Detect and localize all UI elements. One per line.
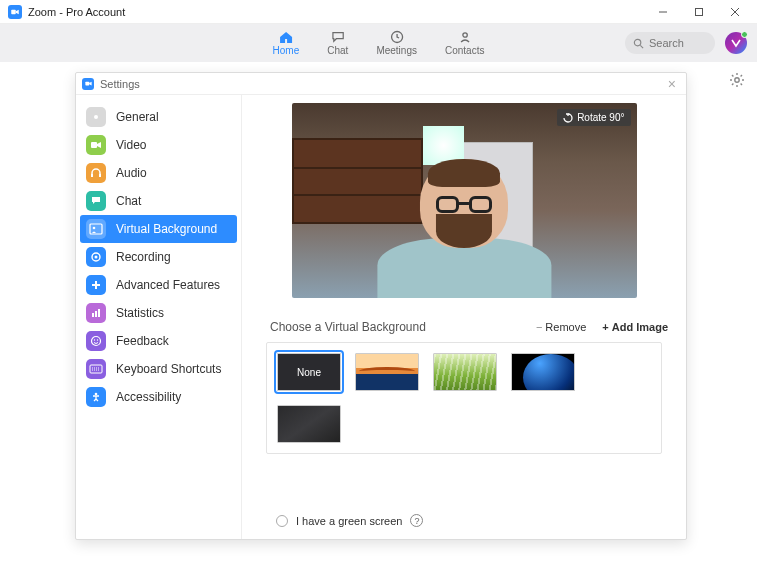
svg-line-14 — [732, 75, 733, 76]
vbg-thumb-bridge[interactable] — [355, 353, 419, 391]
window-title: Zoom - Pro Account — [28, 6, 125, 18]
nav-home-label: Home — [273, 45, 300, 56]
sidebar-item-statistics[interactable]: Statistics — [76, 299, 241, 327]
window-titlebar: Zoom - Pro Account — [0, 0, 757, 24]
sidebar-item-label: Accessibility — [116, 390, 181, 404]
record-icon — [86, 247, 106, 267]
nav-chat-label: Chat — [327, 45, 348, 56]
settings-gear-button[interactable] — [729, 72, 745, 88]
zoom-logo-icon — [82, 78, 94, 90]
svg-line-15 — [741, 84, 742, 85]
svg-rect-35 — [90, 365, 102, 373]
window-close-button[interactable] — [717, 0, 753, 24]
svg-rect-20 — [91, 142, 97, 148]
search-placeholder: Search — [649, 37, 684, 49]
sidebar-item-label: General — [116, 110, 159, 124]
smiley-icon — [86, 331, 106, 351]
sidebar-item-feedback[interactable]: Feedback — [76, 327, 241, 355]
rotate-icon — [563, 113, 573, 123]
svg-rect-22 — [99, 174, 101, 177]
top-nav: Home Chat Meetings Contacts Search — [0, 24, 757, 62]
vbg-thumb-custom[interactable] — [277, 405, 341, 443]
svg-rect-30 — [95, 311, 97, 317]
sidebar-item-label: Virtual Background — [116, 222, 217, 236]
green-screen-radio[interactable] — [276, 515, 288, 527]
accessibility-icon — [86, 387, 106, 407]
bar-chart-icon — [86, 303, 106, 323]
settings-title: Settings — [100, 78, 140, 90]
vbg-thumb-none[interactable]: None — [277, 353, 341, 391]
sidebar-item-label: Audio — [116, 166, 147, 180]
remove-label: Remove — [545, 321, 586, 333]
svg-point-33 — [94, 339, 95, 340]
search-input[interactable]: Search — [625, 32, 715, 54]
svg-point-32 — [92, 337, 101, 346]
home-icon — [278, 30, 294, 44]
sidebar-item-label: Chat — [116, 194, 141, 208]
settings-window: Settings × General Video Audio Chat V — [75, 72, 687, 540]
vbg-thumb-grass[interactable] — [433, 353, 497, 391]
sidebar-item-virtual-background[interactable]: Virtual Background — [80, 215, 237, 243]
svg-rect-21 — [91, 174, 93, 177]
nav-meetings[interactable]: Meetings — [376, 30, 417, 56]
add-image-button[interactable]: + Add Image — [602, 321, 668, 333]
vbg-thumb-none-label: None — [297, 367, 321, 378]
sidebar-item-shortcuts[interactable]: Keyboard Shortcuts — [76, 355, 241, 383]
svg-point-19 — [94, 115, 98, 119]
remove-image-button[interactable]: − Remove — [536, 321, 586, 333]
window-maximize-button[interactable] — [681, 0, 717, 24]
nav-home[interactable]: Home — [273, 30, 300, 56]
virtual-bg-icon — [86, 219, 106, 239]
sidebar-item-label: Statistics — [116, 306, 164, 320]
gear-icon — [86, 107, 106, 127]
contacts-icon — [457, 30, 473, 44]
search-icon — [633, 38, 644, 49]
clock-icon — [389, 30, 405, 44]
presence-dot-icon — [741, 31, 748, 38]
nav-contacts-label: Contacts — [445, 45, 484, 56]
svg-rect-23 — [90, 224, 102, 234]
svg-point-7 — [634, 39, 640, 45]
svg-rect-29 — [92, 313, 94, 317]
nav-chat[interactable]: Chat — [327, 30, 348, 56]
rotate-90-button[interactable]: Rotate 90° — [557, 109, 630, 126]
svg-rect-18 — [85, 82, 89, 86]
add-label: Add Image — [612, 321, 668, 333]
sidebar-item-accessibility[interactable]: Accessibility — [76, 383, 241, 411]
settings-close-button[interactable]: × — [664, 76, 680, 92]
plus-icon — [86, 275, 106, 295]
sidebar-item-general[interactable]: General — [76, 103, 241, 131]
window-minimize-button[interactable] — [645, 0, 681, 24]
sidebar-item-label: Video — [116, 138, 146, 152]
svg-line-8 — [640, 45, 643, 48]
video-icon — [86, 135, 106, 155]
video-preview: Rotate 90° — [292, 103, 637, 298]
settings-content: Rotate 90° Choose a Virtual Background −… — [242, 95, 686, 539]
nav-contacts[interactable]: Contacts — [445, 30, 484, 56]
profile-avatar[interactable] — [725, 32, 747, 54]
svg-rect-31 — [98, 309, 100, 317]
sidebar-item-advanced[interactable]: Advanced Features — [76, 271, 241, 299]
choose-vbg-title: Choose a Virtual Background — [270, 320, 426, 334]
plus-icon: + — [602, 321, 608, 333]
preview-person — [367, 126, 560, 298]
help-icon[interactable]: ? — [410, 514, 423, 527]
settings-titlebar: Settings × — [76, 73, 686, 95]
svg-rect-2 — [696, 8, 703, 15]
sidebar-item-recording[interactable]: Recording — [76, 243, 241, 271]
vbg-thumb-earth[interactable] — [511, 353, 575, 391]
sidebar-item-video[interactable]: Video — [76, 131, 241, 159]
green-screen-label: I have a green screen — [296, 515, 402, 527]
sidebar-item-label: Keyboard Shortcuts — [116, 362, 221, 376]
svg-point-38 — [95, 393, 98, 396]
keyboard-icon — [86, 359, 106, 379]
sidebar-item-audio[interactable]: Audio — [76, 159, 241, 187]
settings-sidebar: General Video Audio Chat Virtual Backgro… — [76, 95, 242, 539]
sidebar-item-chat[interactable]: Chat — [76, 187, 241, 215]
svg-point-24 — [93, 227, 96, 230]
svg-point-9 — [735, 78, 739, 82]
chat-icon — [330, 30, 346, 44]
sidebar-item-label: Feedback — [116, 334, 169, 348]
chat-bubble-icon — [86, 191, 106, 211]
svg-point-34 — [97, 339, 98, 340]
